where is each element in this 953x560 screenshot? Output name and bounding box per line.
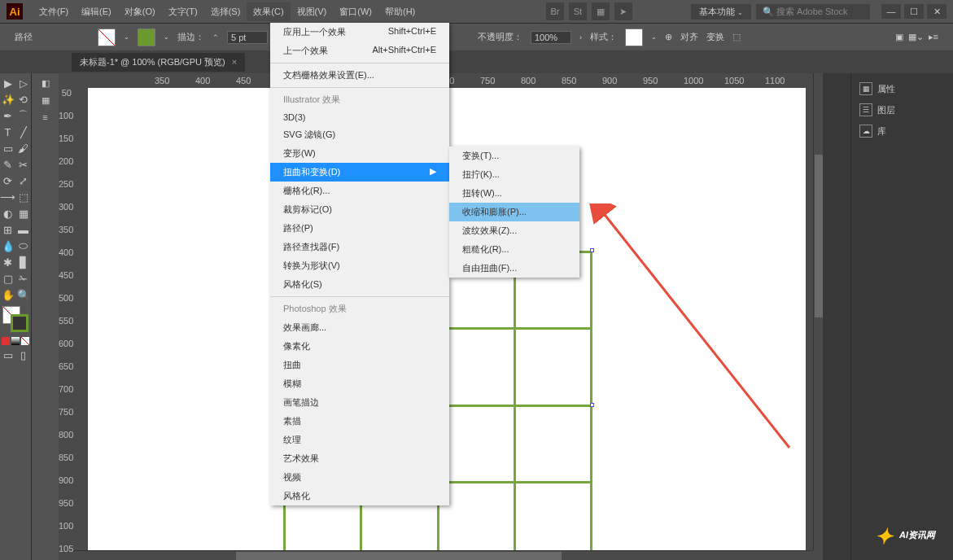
graph-tool[interactable]: ▊ (15, 254, 31, 270)
pen-tool[interactable]: ✒ (0, 107, 15, 124)
submenu-zigzag[interactable]: 波纹效果(Z)... (449, 221, 579, 240)
swatches-panel-icon[interactable]: ▦ (42, 95, 50, 106)
close-tab-icon[interactable]: × (232, 57, 237, 67)
menu-window[interactable]: 窗口(W) (333, 2, 378, 21)
screen-mode-tool[interactable]: ▭ (0, 347, 15, 363)
menu-last-effect[interactable]: 上一个效果Alt+Shift+Ctrl+E (270, 42, 449, 60)
menu-pixelate[interactable]: 像素化 (270, 337, 449, 356)
eyedropper-tool[interactable]: 💧 (0, 238, 15, 254)
menu-video[interactable]: 视频 (270, 468, 449, 487)
stroke-swatch[interactable] (138, 28, 155, 46)
submenu-tweak[interactable]: 扭拧(K)... (449, 165, 579, 184)
search-input[interactable]: 🔍 搜索 Adobe Stock (756, 4, 870, 20)
horizontal-scrollbar[interactable] (73, 550, 813, 560)
submenu-pucker-bloat[interactable]: 收缩和膨胀(P)... (449, 203, 579, 221)
lasso-tool[interactable]: ⟲ (15, 91, 31, 107)
blend-tool[interactable]: ⬭ (15, 238, 31, 254)
menu-distort[interactable]: 扭曲 (270, 356, 449, 374)
curvature-tool[interactable]: ⌒ (15, 107, 31, 124)
opacity-input[interactable]: 100% (531, 31, 571, 44)
fill-stroke-swatch[interactable] (2, 306, 28, 332)
menu-blur[interactable]: 模糊 (270, 374, 449, 393)
menu-path[interactable]: 路径(P) (270, 219, 449, 238)
direct-selection-tool[interactable]: ▷ (15, 75, 31, 91)
vertical-scrollbar[interactable] (813, 73, 823, 550)
align-label[interactable]: 对齐 (680, 31, 698, 43)
slice-tool[interactable]: ✁ (15, 270, 31, 287)
style-swatch[interactable] (625, 28, 643, 46)
stock-icon[interactable]: St (569, 2, 587, 20)
arrange-icon[interactable]: ▦ (592, 2, 610, 20)
menu-effect[interactable]: 效果(C) (247, 2, 290, 21)
stroke-width-input[interactable]: 5 pt (227, 31, 268, 44)
brushes-panel-icon[interactable]: ≡ (42, 112, 47, 122)
menu-apply-last-effect[interactable]: 应用上一个效果Shift+Ctrl+E (270, 23, 449, 42)
scale-tool[interactable]: ⤢ (15, 173, 31, 189)
width-tool[interactable]: ⟶ (0, 189, 15, 205)
menu-edit[interactable]: 编辑(E) (75, 2, 118, 21)
menu-convert-shape[interactable]: 转换为形状(V) (270, 256, 449, 275)
libraries-panel-item[interactable]: ☁库 (851, 120, 953, 142)
zoom-tool[interactable]: 🔍 (15, 287, 31, 303)
eraser-tool[interactable]: ✂ (15, 156, 31, 173)
transform-label[interactable]: 变换 (706, 31, 724, 43)
collapsed-panel-dock[interactable] (823, 73, 850, 560)
gradient-tool[interactable]: ▬ (15, 221, 31, 238)
workspace-switcher[interactable]: 基本功能 ⌄ (691, 4, 751, 20)
menu-distort-transform[interactable]: 扭曲和变换(D)▶ (270, 163, 449, 182)
isolation-icon[interactable]: ▣ (895, 32, 903, 42)
magic-wand-tool[interactable]: ✨ (0, 91, 15, 107)
menu-texture[interactable]: 纹理 (270, 431, 449, 449)
close-button[interactable]: ✕ (927, 4, 946, 19)
artboard-tool[interactable]: ▢ (0, 270, 15, 287)
bridge-icon[interactable]: Br (546, 2, 564, 20)
hand-tool[interactable]: ✋ (0, 287, 15, 303)
color-mode-swatches[interactable] (0, 335, 31, 347)
symbol-sprayer-tool[interactable]: ✱ (0, 254, 15, 270)
menu-svg-filters[interactable]: SVG 滤镜(G) (270, 125, 449, 144)
shape-icon[interactable]: ⬚ (732, 32, 741, 42)
submenu-free-distort[interactable]: 自由扭曲(F)... (449, 259, 579, 278)
properties-panel-item[interactable]: ▦属性 (851, 78, 953, 99)
menu-doc-raster-settings[interactable]: 文档栅格效果设置(E)... (270, 66, 449, 85)
shape-builder-tool[interactable]: ◐ (0, 205, 15, 221)
maximize-button[interactable]: ☐ (904, 4, 924, 19)
menu-warp[interactable]: 变形(W) (270, 144, 449, 163)
submenu-roughen[interactable]: 粗糙化(R)... (449, 240, 579, 259)
minimize-button[interactable]: — (881, 4, 901, 19)
submenu-twist[interactable]: 扭转(W)... (449, 184, 579, 203)
menu-select[interactable]: 选择(S) (204, 2, 247, 21)
grid-icon[interactable]: ▦⌄ (908, 32, 924, 42)
color-panel-icon[interactable]: ◧ (42, 78, 50, 89)
menu-stylize-ps[interactable]: 风格化 (270, 487, 449, 505)
menu-pathfinder[interactable]: 路径查找器(F) (270, 238, 449, 256)
menu-stylize[interactable]: 风格化(S) (270, 275, 449, 294)
perspective-tool[interactable]: ▦ (15, 205, 31, 221)
rectangle-tool[interactable]: ▭ (0, 140, 15, 156)
menu-rasterize[interactable]: 栅格化(R)... (270, 182, 449, 200)
shaper-tool[interactable]: ✎ (0, 156, 15, 173)
menu-object[interactable]: 对象(O) (118, 2, 162, 21)
menu-type[interactable]: 文字(T) (162, 2, 204, 21)
layers-panel-item[interactable]: ☰图层 (851, 99, 953, 120)
fill-swatch[interactable] (98, 28, 116, 46)
document-tab[interactable]: 未标题-1* @ 100% (RGB/GPU 预览) × (72, 53, 245, 72)
mesh-tool[interactable]: ⊞ (0, 221, 15, 238)
menu-3d[interactable]: 3D(3) (270, 109, 449, 125)
selection-tool[interactable]: ▶ (0, 75, 15, 91)
menu-artistic[interactable]: 艺术效果 (270, 449, 449, 468)
menu-sketch[interactable]: 素描 (270, 412, 449, 431)
submenu-transform[interactable]: 变换(T)... (449, 147, 579, 165)
rotate-tool[interactable]: ⟳ (0, 173, 15, 189)
menu-help[interactable]: 帮助(H) (378, 2, 422, 21)
line-tool[interactable]: ╱ (15, 124, 31, 140)
menu-file[interactable]: 文件(F) (33, 2, 75, 21)
screen-mode2-tool[interactable]: ▯ (15, 347, 31, 363)
paintbrush-tool[interactable]: 🖌 (15, 140, 31, 156)
menu-effect-gallery[interactable]: 效果画廊... (270, 318, 449, 337)
menu-crop-marks[interactable]: 裁剪标记(O) (270, 200, 449, 219)
menu-brush-strokes[interactable]: 画笔描边 (270, 393, 449, 412)
gpu-icon[interactable]: ➤ (614, 2, 632, 20)
menu-view[interactable]: 视图(V) (291, 2, 334, 21)
free-transform-tool[interactable]: ⬚ (15, 189, 31, 205)
